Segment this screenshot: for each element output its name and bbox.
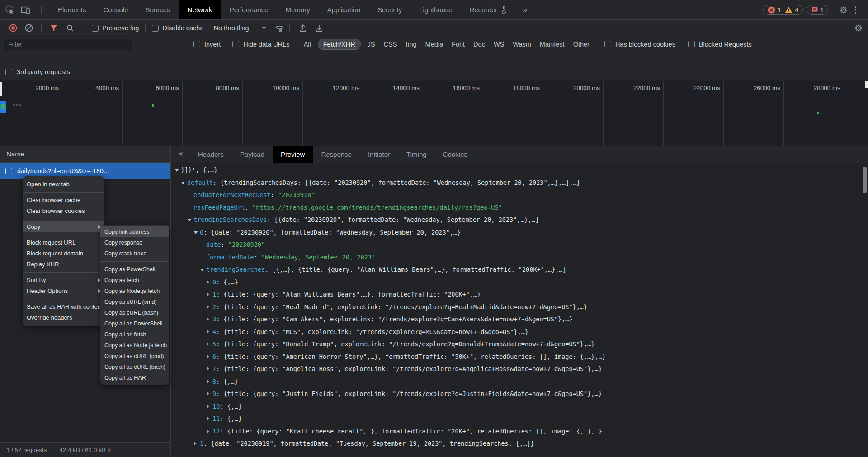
expand-arrow-icon[interactable] <box>207 392 209 396</box>
filter-type-media[interactable]: Media <box>425 41 443 48</box>
tab-performance[interactable]: Performance <box>221 0 277 19</box>
filter-funnel-icon[interactable] <box>50 24 58 32</box>
tab-console[interactable]: Console <box>95 0 137 19</box>
tab-sources[interactable]: Sources <box>137 0 179 19</box>
expand-arrow-icon[interactable] <box>207 355 209 358</box>
menu-item-copy[interactable]: Copy <box>23 221 104 232</box>
detail-tab-preview[interactable]: Preview <box>273 146 313 163</box>
preview-tree-row[interactable]: rssFeedPageUrl: "https://trends.google.c… <box>171 202 868 214</box>
clear-network-log-icon[interactable] <box>25 24 33 32</box>
detail-tab-headers[interactable]: Headers <box>190 146 232 163</box>
preview-tree-row[interactable]: 1: {title: {query: "Alan Williams Bears"… <box>171 288 868 301</box>
request-checkbox[interactable] <box>5 168 12 174</box>
menu-item-block-request-url[interactable]: Block request URL <box>23 237 104 248</box>
inspect-element-icon[interactable] <box>5 5 14 14</box>
submenu-item-copy-all-as-fetch[interactable]: Copy all as fetch <box>100 329 169 340</box>
preserve-log-checkbox[interactable] <box>92 25 99 32</box>
preview-tree-row[interactable]: 2: {title: {query: "Real Madrid", explor… <box>171 301 868 314</box>
expand-arrow-icon[interactable] <box>194 442 197 445</box>
has-blocked-cookies-filter[interactable]: Has blocked cookies <box>604 41 675 48</box>
network-conditions-icon[interactable] <box>274 24 284 32</box>
invert-filter[interactable]: Invert <box>193 41 221 48</box>
filter-type-css[interactable]: CSS <box>384 41 397 48</box>
expand-arrow-icon[interactable] <box>207 367 209 371</box>
preview-tree-row[interactable]: 0: {,…} <box>171 276 868 289</box>
invert-checkbox[interactable] <box>193 41 200 47</box>
detail-tab-cookies[interactable]: Cookies <box>435 146 476 163</box>
preview-tree-row[interactable]: formattedDate: "Wednesday, September 20,… <box>171 251 868 264</box>
submenu-item-copy-link-address[interactable]: Copy link address <box>100 226 169 237</box>
preview-tree-row[interactable]: 12: {title: {query: "Kraft cheese recall… <box>171 425 868 438</box>
preview-tree-row[interactable]: 11: {,…} <box>171 413 868 425</box>
preview-tree-row[interactable]: 8: {,…} <box>171 376 868 388</box>
third-party-requests-checkbox[interactable] <box>5 69 12 75</box>
preview-tree-row[interactable]: 4: {title: {query: "MLS", exploreLink: "… <box>171 326 868 339</box>
expand-arrow-icon[interactable] <box>207 429 209 433</box>
expand-arrow-icon[interactable] <box>207 330 209 334</box>
issues-badge[interactable]: 1 <box>807 5 828 15</box>
disable-cache-checkbox[interactable] <box>152 25 159 32</box>
hide-data-urls-filter[interactable]: Hide data URLs <box>232 41 289 48</box>
filter-type-doc[interactable]: Doc <box>473 41 485 48</box>
expand-arrow-icon[interactable] <box>207 417 209 420</box>
menu-item-override-headers[interactable]: Override headers <box>23 312 104 323</box>
collapse-arrow-icon[interactable] <box>194 231 198 234</box>
network-overview-timeline[interactable]: 2000 ms4000 ms6000 ms8000 ms10000 ms1200… <box>0 81 868 146</box>
submenu-item-copy-as-node-js-fetch[interactable]: Copy as Node.js fetch <box>100 286 169 297</box>
menu-item-save-all-as-har-with-content[interactable]: Save all as HAR with content <box>23 302 104 312</box>
submenu-item-copy-as-fetch[interactable]: Copy as fetch <box>100 275 169 286</box>
preview-tree-row[interactable]: 7: {title: {query: "Angelica Ross", expl… <box>171 363 868 376</box>
hide-data-urls-checkbox[interactable] <box>232 41 239 47</box>
submenu-item-copy-stack-trace[interactable]: Copy stack trace <box>100 248 169 259</box>
detail-tab-response[interactable]: Response <box>313 146 360 163</box>
filter-type-all[interactable]: All <box>304 41 311 48</box>
menu-item-open-in-new-tab[interactable]: Open in new tab <box>23 179 104 190</box>
menu-item-clear-browser-cache[interactable]: Clear browser cache <box>23 195 104 206</box>
preview-tree-row[interactable]: trendingSearches: [{,…}, {title: {query:… <box>171 264 868 276</box>
preview-tree-row[interactable]: )]}', {,…} <box>171 164 868 177</box>
third-party-requests-filter[interactable]: 3rd-party requests <box>5 68 70 75</box>
preview-tree-row[interactable]: 0: {date: "20230920", formattedDate: "We… <box>171 226 868 239</box>
tab-lighthouse[interactable]: Lighthouse <box>410 0 461 19</box>
detail-tab-initiator[interactable]: Initiator <box>360 146 398 163</box>
submenu-item-copy-all-as-node-js-fetch[interactable]: Copy all as Node.js fetch <box>100 340 169 351</box>
collapse-arrow-icon[interactable] <box>181 182 185 184</box>
expand-arrow-icon[interactable] <box>207 292 209 296</box>
tab-security[interactable]: Security <box>369 0 410 19</box>
filter-type-wasm[interactable]: Wasm <box>513 41 531 48</box>
search-icon[interactable] <box>66 24 74 32</box>
expand-arrow-icon[interactable] <box>207 317 209 321</box>
submenu-item-copy-all-as-har[interactable]: Copy all as HAR <box>100 372 169 383</box>
preview-tree-row[interactable]: 5: {title: {query: "Donald Trump", explo… <box>171 338 868 351</box>
submenu-item-copy-as-curl-bash[interactable]: Copy as cURL (bash) <box>100 307 169 318</box>
filter-type-other[interactable]: Other <box>573 41 590 48</box>
detail-tab-timing[interactable]: Timing <box>398 146 434 163</box>
filter-input[interactable] <box>4 39 132 50</box>
blocked-requests-filter[interactable]: Blocked Requests <box>688 41 752 48</box>
detail-tab-payload[interactable]: Payload <box>232 146 273 163</box>
has-blocked-cookies-checkbox[interactable] <box>604 41 611 47</box>
menu-item-block-request-domain[interactable]: Block request domain <box>23 248 104 259</box>
submenu-item-copy-response[interactable]: Copy response <box>100 237 169 248</box>
expand-arrow-icon[interactable] <box>207 405 209 408</box>
close-detail-icon[interactable]: × <box>171 146 190 163</box>
expand-arrow-icon[interactable] <box>207 305 209 309</box>
blocked-requests-checkbox[interactable] <box>688 41 695 47</box>
collapse-arrow-icon[interactable] <box>200 269 204 271</box>
preview-tree-row[interactable]: date: "20230920" <box>171 239 868 251</box>
throttling-select[interactable]: No throttling <box>213 24 266 32</box>
submenu-item-copy-all-as-curl-bash[interactable]: Copy all as cURL (bash) <box>100 362 169 372</box>
menu-item-sort-by[interactable]: Sort By <box>23 275 104 286</box>
submenu-item-copy-as-powershell[interactable]: Copy as PowerShell <box>100 264 169 275</box>
menu-item-header-options[interactable]: Header Options <box>23 286 104 297</box>
tab-memory[interactable]: Memory <box>277 0 319 19</box>
device-toolbar-icon[interactable] <box>21 5 31 14</box>
preview-tree-row[interactable]: endDateForNextRequest: "20230918" <box>171 189 868 202</box>
preview-tree-row[interactable]: 9: {title: {query: "Justin Fields", expl… <box>171 388 868 400</box>
tab-recorder[interactable]: Recorder <box>461 0 516 19</box>
menu-item-clear-browser-cookies[interactable]: Clear browser cookies <box>23 206 104 217</box>
submenu-item-copy-all-as-powershell[interactable]: Copy all as PowerShell <box>100 318 169 329</box>
import-har-icon[interactable] <box>299 24 307 33</box>
settings-gear-icon[interactable]: ⚙ <box>840 5 848 14</box>
preview-tree-row[interactable]: 10: {,…} <box>171 400 868 413</box>
